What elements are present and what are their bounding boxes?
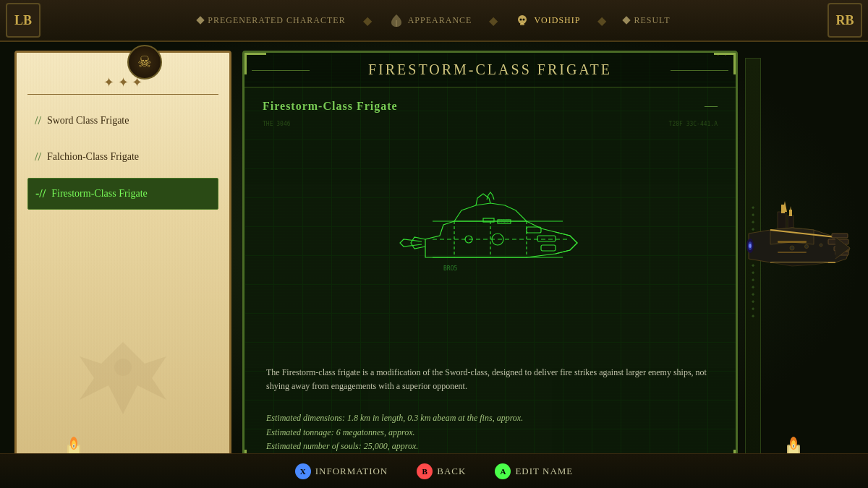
svg-rect-8 xyxy=(541,245,556,251)
ship-list-panel: ✦ ✦ ✦ // Sword Class Frigate // Falchion… xyxy=(14,51,231,474)
description-normal: The Firestorm-class frigate is a modific… xyxy=(266,366,714,393)
bottom-action-bar: X Information B Back A Edit Name xyxy=(0,453,868,488)
leaf-icon xyxy=(389,13,404,27)
svg-point-4 xyxy=(523,19,525,21)
b-key-icon: B xyxy=(417,463,433,479)
edit-name-label: Edit Name xyxy=(515,466,573,477)
back-label: Back xyxy=(437,466,466,477)
left-bumper-button[interactable]: LB xyxy=(6,3,41,38)
svg-rect-37 xyxy=(778,241,807,243)
tab-voidship[interactable]: Voidship xyxy=(503,7,592,33)
description-dimensions: Estimated dimensions: 1.8 km in length, … xyxy=(266,411,714,425)
description-souls: Estimated number of souls: 25,000, appro… xyxy=(266,440,714,453)
ship-3d-icon xyxy=(727,190,864,335)
tab-separator-3: ◆ xyxy=(597,14,606,27)
ship-list-item-falchion[interactable]: // Falchion-Class Frigate xyxy=(27,142,218,172)
a-key-icon: A xyxy=(495,463,511,479)
information-label: Information xyxy=(315,466,388,477)
tab-separator-1: ◆ xyxy=(363,14,372,27)
svg-point-36 xyxy=(820,244,822,247)
svg-point-34 xyxy=(790,246,794,250)
tab-separator-2: ◆ xyxy=(489,14,498,27)
svg-rect-28 xyxy=(832,234,848,238)
tech-readout-right: T28F 33C-441.A xyxy=(669,121,718,127)
item-prefix-active-icon: -// xyxy=(35,187,46,200)
svg-rect-6 xyxy=(527,227,541,233)
svg-point-33 xyxy=(749,244,752,248)
tech-readout-left: THE 3046 xyxy=(263,121,291,127)
right-ship-display xyxy=(723,51,868,474)
x-key-icon: X xyxy=(295,463,311,479)
ship-display-area: Firestorm-Class Frigate — THE 3046 T28F … xyxy=(244,87,736,471)
svg-text:BRO5: BRO5 xyxy=(443,265,457,272)
ship-list-item-sword[interactable]: // Sword Class Frigate xyxy=(27,106,218,136)
ship-schematic-svg: BRO5 TXWF xyxy=(382,185,599,301)
main-title-bar: Firestorm-Class Frigate xyxy=(244,53,736,87)
svg-rect-7 xyxy=(537,236,556,241)
eagle-watermark-icon xyxy=(65,320,181,436)
close-button[interactable]: — xyxy=(705,98,718,114)
item-prefix-icon: // xyxy=(35,114,41,127)
top-emblem-area: ☠ xyxy=(127,45,162,80)
nav-tabs-container: Pregenerated character ◆ Appearance ◆ Vo… xyxy=(186,7,681,33)
ship-schematic-area: BRO5 TXWF xyxy=(263,131,718,355)
svg-point-5 xyxy=(114,359,132,376)
right-bumper-button[interactable]: RB xyxy=(827,3,862,38)
description-tonnage: Estimated tonnage: 6 megatonnes, approx. xyxy=(266,426,714,440)
svg-point-3 xyxy=(520,19,522,21)
corner-decoration-tl xyxy=(244,53,266,74)
svg-text:TXWF: TXWF xyxy=(498,218,510,224)
ship-list-item-firestorm[interactable]: -// Firestorm-Class Frigate xyxy=(27,178,218,210)
emblem-circle: ☠ xyxy=(127,45,162,80)
skull-nav-icon xyxy=(515,13,529,27)
ship-display-header: Firestorm-Class Frigate — xyxy=(263,98,718,114)
svg-rect-2 xyxy=(520,23,524,25)
ship-display-title: Firestorm-Class Frigate xyxy=(263,100,398,113)
main-content-panel: ☠ Firestorm-Class Frigate Firestorm-Clas… xyxy=(242,51,738,474)
item-prefix-icon: // xyxy=(35,150,41,163)
svg-point-35 xyxy=(805,244,809,248)
tab-pregenerated[interactable]: Pregenerated character xyxy=(186,9,357,32)
back-button[interactable]: B Back xyxy=(417,463,466,479)
svg-rect-38 xyxy=(778,252,807,253)
tab-result[interactable]: Result xyxy=(612,9,681,32)
tab-diamond-result-icon xyxy=(623,16,631,24)
svg-point-1 xyxy=(518,15,527,24)
tech-readout-bar: THE 3046 T28F 33C-441.A xyxy=(263,121,718,127)
ship-description: The Firestorm-class frigate is a modific… xyxy=(263,355,718,461)
top-navigation: LB Pregenerated character ◆ Appearance ◆ xyxy=(0,0,868,42)
panel-top-ornament: ✦ ✦ ✦ xyxy=(27,67,218,95)
information-button[interactable]: X Information xyxy=(295,463,388,479)
tab-diamond-icon xyxy=(197,16,205,24)
panel-title: Firestorm-Class Frigate xyxy=(368,61,612,78)
edit-name-button[interactable]: A Edit Name xyxy=(495,463,573,479)
corner-decoration-tr xyxy=(714,53,736,74)
emblem-skull-icon: ☠ xyxy=(137,53,152,72)
tab-appearance[interactable]: Appearance xyxy=(378,7,484,33)
